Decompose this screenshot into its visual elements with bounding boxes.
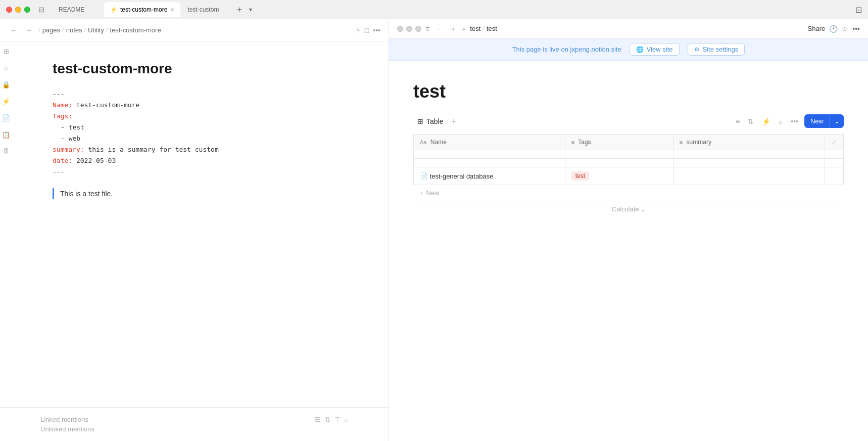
template-icon[interactable]: 📋 [2,131,10,139]
maximize-window-button[interactable] [24,7,30,13]
blockquote-wrapper: This is a test file. [53,188,348,199]
fm-date-line: date: 2022-05-03 [53,155,348,166]
sidebar-toggle-icon[interactable]: ⊟ [38,6,44,14]
fm-summary-value: this is a summary for test custom [88,146,218,153]
lock-icon[interactable]: 🔒 [2,81,10,89]
tab-test-custom[interactable]: test-custom [181,2,232,17]
new-record-button[interactable]: New ⌄ [804,114,844,128]
hamburger-menu-icon[interactable]: ≡ [425,25,429,33]
right-browser-actions: Share 🕐 ☆ ••• [808,25,860,33]
db-more-icon[interactable]: ••• [789,115,800,127]
live-banner: This page is live on jxpeng.notion.site … [389,38,868,61]
fork-icon[interactable]: ⑂ [357,26,361,34]
add-view-button[interactable]: + [451,117,456,126]
right-page-title: test [413,81,844,102]
tab-bar: README ⚡ test-custom-more ✕ test-custom … [53,2,847,17]
table-row-empty-1 [414,150,844,159]
data-tags-cell[interactable]: test [565,167,673,185]
database-table: Aa Name ≡ Tags ≡ summary ⤢ [413,134,844,185]
breadcrumb-current[interactable]: test-custom-more [110,26,161,34]
hierarchy-icon[interactable]: ⊤ [334,416,340,423]
tab-readme[interactable]: README [53,2,103,17]
share-button[interactable]: Share [808,25,826,32]
right-panel: ≡ ← → + test / test Share 🕐 ☆ ••• This p… [389,19,868,441]
db-lightning-icon[interactable]: ⚡ [760,115,773,127]
row1-tags-cell[interactable] [565,150,673,159]
table-view-button[interactable]: ⊞ Table [413,115,447,127]
fm-date-value: 2022-05-03 [76,157,116,164]
add-tab-button[interactable]: + [233,5,246,14]
name-col-icon: Aa [420,139,426,145]
left-panel: ← → / pages / notes / Utility / test-cus… [0,19,389,441]
toolbar-icons: ⑂ □ ••• [357,26,380,34]
calculate-row[interactable]: Calculate ⌄ [413,201,844,217]
breadcrumb-notes[interactable]: notes [66,26,82,34]
browser-nav-buttons: ← → [433,24,458,34]
left-sidebar-icons: ⊞ ⌕ 🔒 ⚡ 📄 📋 🗄 [0,41,12,407]
fm-date-key: date: [53,157,72,164]
data-row-name: test-general database [430,172,494,180]
right-min-btn[interactable] [406,26,412,32]
row1-name-cell[interactable] [414,150,565,159]
browser-forward-icon[interactable]: → [447,24,458,34]
right-close-btn[interactable] [397,26,403,32]
data-summary-cell[interactable] [673,167,825,185]
site-settings-label: Site settings [703,46,739,53]
minimize-window-button[interactable] [15,7,21,13]
split-view-button[interactable]: ⊡ [855,5,862,15]
bookmark-icon[interactable]: ☆ [842,25,848,33]
db-sort-icon[interactable]: ⇅ [746,115,756,127]
browser-back-icon[interactable]: ← [433,24,445,34]
settings-gear-icon: ⚙ [694,46,700,53]
back-button[interactable]: ← [8,24,19,36]
name-col-label: Name [430,139,447,146]
breadcrumb-utility[interactable]: Utility [88,26,104,34]
history-icon[interactable]: 🕐 [829,25,838,33]
new-button-arrow-icon[interactable]: ⌄ [830,114,844,128]
db-filter-icon[interactable]: ≡ [734,115,742,127]
more-options-icon[interactable]: ••• [373,26,380,34]
mentions-icons: ☰ ⇅ ⊤ ⌕ [315,416,348,423]
sort-mentions-icon[interactable]: ⇅ [325,416,330,423]
row2-summary-cell[interactable] [673,159,825,167]
fm-tag2-line: - web [53,133,348,144]
table-label: Table [426,117,443,125]
main-area: ← → / pages / notes / Utility / test-cus… [0,19,868,441]
row2-name-cell[interactable] [414,159,565,167]
grid-icon[interactable]: ⊞ [4,48,9,55]
right-max-btn[interactable] [415,26,421,32]
row1-summary-cell[interactable] [673,150,825,159]
left-toolbar: ← → / pages / notes / Utility / test-cus… [0,19,389,41]
forward-button[interactable]: → [23,24,34,36]
th-summary: ≡ summary [673,135,825,150]
tag-badge: test [571,171,589,181]
tab-dropdown-button[interactable]: ▾ [249,6,252,13]
breadcrumb-pages[interactable]: pages [42,26,60,34]
url-bar[interactable]: test / test [470,25,497,32]
search-mentions-icon[interactable]: ⌕ [344,416,348,423]
document-icon[interactable]: 📄 [2,114,10,122]
right-browser-header: ≡ ← → + test / test Share 🕐 ☆ ••• [389,19,868,38]
browser-add-icon[interactable]: + [462,25,466,33]
th-expand: ⤢ [825,135,843,150]
db-search-icon[interactable]: ⌕ [777,115,785,127]
tab-test-custom-more[interactable]: ⚡ test-custom-more ✕ [104,2,180,17]
row2-tags-cell[interactable] [565,159,673,167]
browser-more-icon[interactable]: ••• [852,25,860,33]
new-button-label: New [804,114,830,128]
page-area: ⊞ ⌕ 🔒 ⚡ 📄 📋 🗄 test-custom-more --- Name:… [0,41,389,407]
open-icon[interactable]: □ [365,26,369,34]
tab-close-button[interactable]: ✕ [170,7,174,13]
view-site-button[interactable]: 🌐 View site [630,43,680,56]
search-sidebar-icon[interactable]: ⌕ [4,64,8,72]
site-settings-button[interactable]: ⚙ Site settings [688,43,745,56]
data-name-cell[interactable]: 📄 test-general database [414,167,565,185]
list-view-icon[interactable]: ☰ [315,416,321,423]
add-new-row-button[interactable]: + New [413,185,844,201]
fm-open-dashes: --- [53,89,348,100]
table-row-data: 📄 test-general database test [414,167,844,185]
lightning-sidebar-icon[interactable]: ⚡ [2,98,10,105]
archive-icon[interactable]: 🗄 [3,148,10,155]
close-window-button[interactable] [6,7,12,13]
url-part-2: test [487,25,497,32]
